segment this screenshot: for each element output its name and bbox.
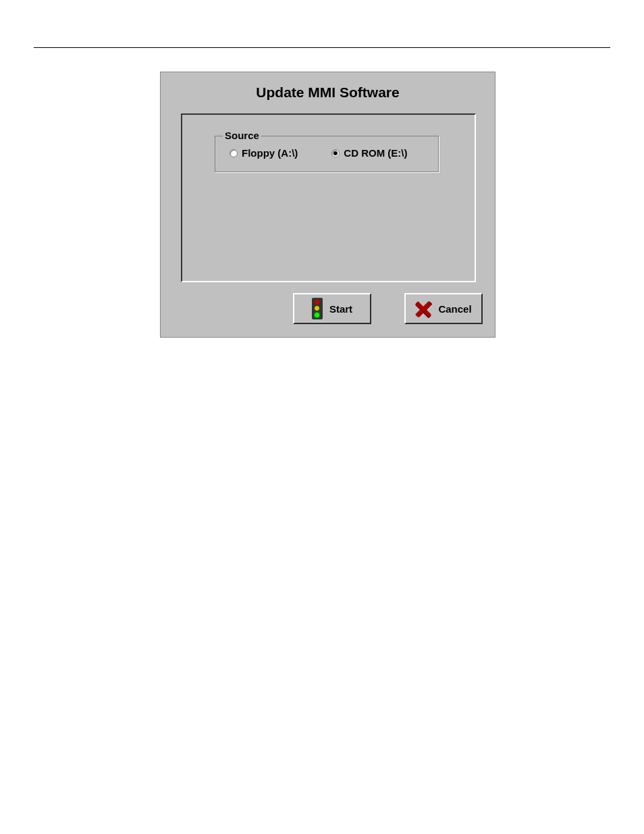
dialog-title: Update MMI Software (161, 72, 495, 101)
button-row: Start Cancel (293, 293, 483, 324)
cancel-button-label: Cancel (438, 303, 471, 315)
traffic-light-icon (312, 298, 323, 319)
start-button-label: Start (329, 303, 352, 315)
source-radio-group: Floppy (A:\) CD ROM (E:\) (230, 147, 432, 159)
radio-icon (230, 149, 238, 157)
start-button[interactable]: Start (293, 293, 371, 324)
close-x-icon (415, 301, 431, 317)
radio-icon (331, 149, 340, 157)
radio-cdrom[interactable]: CD ROM (E:\) (331, 147, 407, 159)
content-panel: Source Floppy (A:\) CD ROM (E:\) (181, 113, 476, 282)
page-divider (34, 47, 610, 48)
cancel-button[interactable]: Cancel (404, 293, 483, 324)
radio-floppy[interactable]: Floppy (A:\) (230, 147, 298, 159)
source-legend: Source (223, 130, 261, 141)
update-mmi-dialog: Update MMI Software Source Floppy (A:\) … (160, 72, 495, 338)
radio-floppy-label: Floppy (A:\) (242, 147, 298, 159)
radio-cdrom-label: CD ROM (E:\) (344, 147, 407, 159)
